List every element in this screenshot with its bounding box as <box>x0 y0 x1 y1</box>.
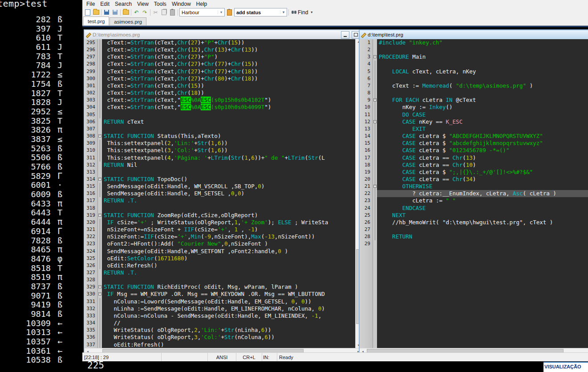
code-text: PROCEDURE Main <box>377 53 588 61</box>
chevron-down-icon[interactable]: ▾ <box>280 10 287 14</box>
code-line: 25 NEXT <box>360 212 588 219</box>
visualizacao-label: VISUALIZAÇÃO <box>544 364 581 369</box>
window-titlebar[interactable]: D:\temp\asimoes.prg <box>85 30 361 39</box>
status-position: [22:18] : 29 <box>82 353 162 361</box>
tab-test-prg[interactable]: test.prg <box>83 16 109 25</box>
fold-margin <box>98 89 102 97</box>
new-file-button[interactable] <box>83 8 92 16</box>
menu-view[interactable]: View <box>134 0 151 8</box>
fold-toggle-icon[interactable]: - <box>98 285 101 288</box>
line-number: 303 <box>85 97 98 104</box>
code-line: 16 CASE cLetra $ "0123456789 -*=()" <box>360 147 588 154</box>
code-text: cText:=StrTran(cText,Chr(27)+"P"+Chr(15)… <box>102 39 355 46</box>
window-titlebar[interactable]: d:\temp\test.prg <box>360 30 588 39</box>
minimize-button[interactable] <box>341 31 349 39</box>
terminal-row: 611J <box>0 43 81 52</box>
horizontal-scrollbar[interactable]: ◂ <box>360 348 588 352</box>
terminal-row: 8737ß <box>0 282 81 291</box>
line-number: 17 <box>360 154 373 162</box>
menu-help[interactable]: Help <box>194 0 210 8</box>
code-text: oEdit:SetColor(16711680) <box>102 255 355 262</box>
line-number: 316 <box>85 190 98 197</box>
tab-asimoes-prg[interactable]: asimoes.prg <box>109 17 146 25</box>
code-line: 1#include "inkey.ch" <box>360 39 588 46</box>
close-file-button[interactable] <box>122 8 130 16</box>
code-text: This:settextpanel(2,'Lin:'+Str(1,6)) <box>102 140 355 147</box>
action-combobox-value: add status <box>236 10 261 15</box>
save-all-button[interactable] <box>111 8 119 16</box>
code-line: 335 WriteStatus( oDlgReport,2,'Lin:'+Str… <box>85 327 355 334</box>
syntax-combobox[interactable]: Harbour ▾ <box>179 8 225 16</box>
terminal-row: 2952≤ <box>0 107 81 117</box>
line-number: 312 <box>85 162 98 169</box>
find-button[interactable]: Find ▾ <box>292 9 312 16</box>
scroll-left-icon[interactable]: ◂ <box>360 348 366 352</box>
line-number: 13 <box>360 125 373 133</box>
code-area[interactable]: 295 cText:=StrTran(cText,Chr(27)+"P"+Chr… <box>85 39 355 348</box>
code-text: STATIC FUNCTION ZoomRep(oEdt,cSize,oDlgR… <box>102 212 355 219</box>
code-text: cText:=StrTran(cText,Chr(27)+Chr(77)+Chr… <box>102 68 355 75</box>
window-title: d:\temp\test.prg <box>368 32 588 37</box>
terminal-row: 8518T <box>0 264 81 273</box>
menu-tools[interactable]: Tools <box>151 0 169 8</box>
menu-search[interactable]: Search <box>112 0 134 8</box>
undo-button[interactable]: ↶ <box>132 8 141 16</box>
syntax-combobox-value: Harbour <box>182 10 199 15</box>
code-text: cText:=StrTran(cText,Chr(27)+Chr(77)+Chr… <box>102 61 355 68</box>
code-line: 15 CASE cLetra $ "abcdefghijklmnopqrstuv… <box>360 140 588 147</box>
run-action-button[interactable] <box>225 8 234 16</box>
line-number: 295 <box>85 39 98 46</box>
code-line: 310 This:settextpanel(3,'Col:'+Str(1,6)) <box>85 147 355 154</box>
code-line: 18 CASE cLetra == Chr(10) <box>360 162 588 169</box>
fold-toggle-icon[interactable]: - <box>373 55 377 58</box>
code-text: cText:=StrTran(cText,Chr(27)+"P") <box>102 53 355 61</box>
scroll-left-icon[interactable]: ◂ <box>85 348 91 352</box>
fold-toggle-icon[interactable]: - <box>98 292 101 295</box>
fold-toggle-icon[interactable]: - <box>98 178 101 181</box>
code-line: 319-STATIC FUNCTION ZoomRep(oEdt,cSize,o… <box>85 212 355 219</box>
redo-button[interactable]: ↷ <box>141 8 149 16</box>
action-combobox[interactable]: add status ▾ <box>234 8 287 16</box>
open-file-button[interactable] <box>92 8 100 16</box>
line-number: 25 <box>360 212 373 219</box>
code-line: 325 oEdit:SetColor(16711680) <box>85 255 355 262</box>
binoculars-icon <box>292 11 296 14</box>
code-text: WriteStatus( oDlgReport,2,'Lin:'+Str(nLi… <box>102 327 355 334</box>
maximize-icon <box>354 33 358 36</box>
code-line: 11 DO CASE <box>360 111 588 118</box>
code-line: 28 RETURN <box>360 233 588 240</box>
scrollbar-thumb[interactable] <box>102 349 304 352</box>
menu-file[interactable]: File <box>84 0 97 8</box>
code-line: 296 cText:=StrTran(cText,Chr(12),Chr(13)… <box>85 46 355 53</box>
fold-toggle-icon[interactable]: - <box>98 214 101 217</box>
menu-window[interactable]: Window <box>169 0 194 8</box>
fold-margin: - <box>373 118 377 125</box>
toolbar-separator <box>120 9 121 16</box>
scrollbar-thumb[interactable] <box>367 349 564 352</box>
line-number: 27 <box>360 226 373 233</box>
horizontal-scrollbar[interactable]: ◂ ▸ <box>85 348 361 352</box>
line-number: 306 <box>85 118 98 125</box>
chevron-down-icon[interactable]: ▾ <box>218 10 224 14</box>
fold-toggle-icon[interactable]: - <box>373 185 377 188</box>
line-number: 19 <box>360 169 373 176</box>
paste-button[interactable] <box>168 8 177 16</box>
code-line: 5 LOCAL cText, cLetra, nKey <box>360 68 588 75</box>
fold-toggle-icon[interactable]: - <box>373 120 377 123</box>
fold-margin <box>98 162 102 169</box>
code-text: oFont2:=HFont():Add( "Courier New",0,nSi… <box>102 240 355 247</box>
fold-margin: - <box>373 97 377 104</box>
code-text: LOCAL cText, cLetra, nKey <box>377 68 588 75</box>
code-line: 333 nColuna:=nColuna - SendMessage(oEdit… <box>85 312 355 319</box>
fold-margin <box>373 212 377 219</box>
cut-button[interactable]: ✂ <box>151 8 160 16</box>
fold-toggle-icon[interactable]: - <box>373 98 377 101</box>
line-number: 307 <box>85 125 98 133</box>
code-area[interactable]: 1#include "inkey.ch"23-PROCEDURE Main45 … <box>360 39 588 348</box>
code-line: 336 WriteStatus( oDlgReport,3,'Col:'+Str… <box>85 334 355 341</box>
menu-edit[interactable]: Edit <box>97 0 112 8</box>
copy-button[interactable] <box>160 8 168 16</box>
fold-toggle-icon[interactable]: - <box>98 134 101 137</box>
fold-margin <box>373 68 377 75</box>
save-button[interactable] <box>102 8 111 16</box>
